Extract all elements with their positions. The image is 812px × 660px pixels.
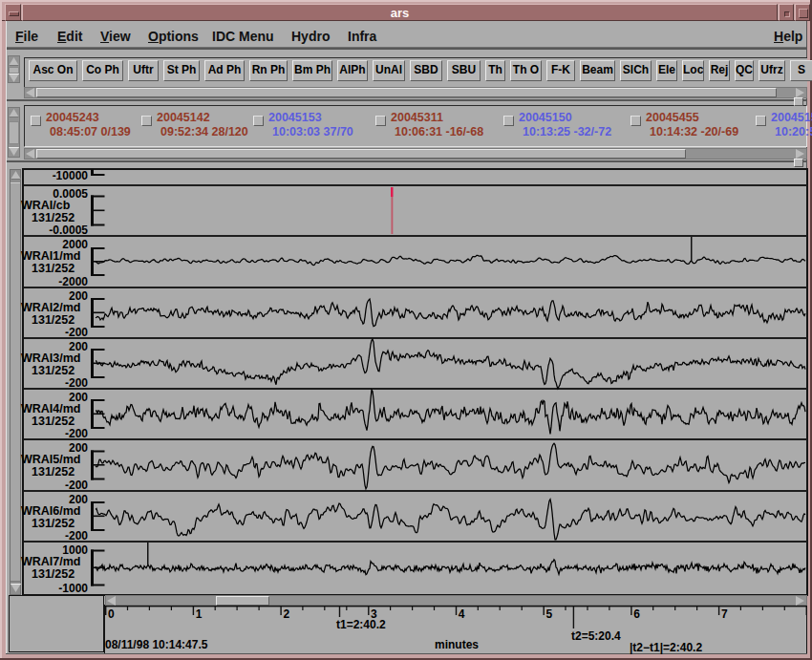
svg-text:6: 6 [633,607,640,621]
svg-text:7: 7 [721,607,728,621]
svg-text:2: 2 [283,607,289,621]
svg-text:5: 5 [546,607,553,621]
svg-text:1: 1 [196,607,203,621]
svg-text:0: 0 [108,607,115,621]
svg-text:4: 4 [459,607,465,621]
